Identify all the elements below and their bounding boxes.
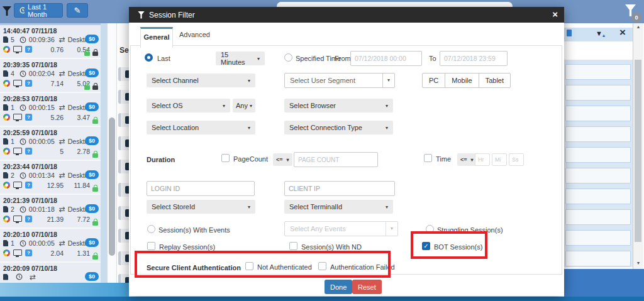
to-date-input[interactable] xyxy=(440,51,508,66)
session-list-item[interactable]: 20:39:35 07/10/18 4 00:02:04 ⇄ Desktop $… xyxy=(0,59,101,93)
pagecount-checkbox[interactable] xyxy=(221,154,230,162)
tab-general[interactable]: General xyxy=(140,27,173,48)
struggling-sessions-radio[interactable] xyxy=(426,225,434,233)
specified-time-radio[interactable] xyxy=(284,53,292,62)
clock-icon xyxy=(16,273,23,280)
browser-select[interactable]: Select Browser ▾ xyxy=(284,99,393,112)
result-row[interactable] xyxy=(564,101,633,122)
unknown-version-icon: ? xyxy=(25,46,32,53)
result-row[interactable] xyxy=(564,163,633,184)
results-scrollbar-thumb[interactable] xyxy=(635,60,641,242)
list-gap xyxy=(101,23,107,301)
hours-input[interactable] xyxy=(475,153,490,166)
session-list-item[interactable]: 20:20:10 07/10/18 1 00:00:05 ⇄ Desktop $… xyxy=(0,229,101,263)
page-count: 2 xyxy=(11,172,14,179)
monitor-icon xyxy=(13,46,22,52)
amount-badge[interactable]: $0 xyxy=(85,136,99,145)
replay-sessions-label: Replay Session(s) xyxy=(159,243,215,251)
from-label: From xyxy=(335,55,351,62)
session-list-item[interactable]: 20:28:53 07/10/18 1 00:00:15 ⇄ Desktop $… xyxy=(0,93,101,127)
date-range-button[interactable]: Last 1 Month xyxy=(14,3,63,18)
scrollbar-thumb[interactable] xyxy=(109,118,115,256)
store-id-select[interactable]: Select StoreId ▾ xyxy=(147,200,255,214)
pages-icon xyxy=(3,104,8,111)
session-timestamp: 20:39:35 07/10/18 xyxy=(3,61,57,68)
done-button[interactable]: Done xyxy=(325,280,352,294)
amount-badge[interactable]: $0 xyxy=(85,35,99,43)
session-list-item[interactable]: 20:23:44 07/10/18 2 00:01:34 ⇄ Desktop $… xyxy=(0,161,101,195)
session-list-item[interactable]: 14:40:47 07/11/18 5 00:09:36 ⇄ Desktop $… xyxy=(0,25,101,59)
result-row[interactable] xyxy=(564,143,633,163)
result-row[interactable] xyxy=(564,60,633,80)
amount-badge[interactable]: $0 xyxy=(85,204,99,213)
os-version-select[interactable]: Any ▾ xyxy=(233,99,255,112)
chevron-down-icon: ▾ xyxy=(386,222,397,236)
result-row[interactable] xyxy=(564,122,633,143)
tab-advanced[interactable]: Advanced xyxy=(179,31,210,38)
device-tablet-button[interactable]: Tablet xyxy=(479,74,510,87)
connection-type-select[interactable]: Select Connection Type ▾ xyxy=(284,121,393,134)
chevron-down-icon: ▾ xyxy=(382,74,394,87)
auth-failed-checkbox[interactable] xyxy=(318,262,326,270)
filter-icon[interactable] xyxy=(3,6,11,16)
unknown-version-icon: ? xyxy=(25,249,32,256)
device-mobile-button[interactable]: Mobile xyxy=(445,74,479,87)
modal-close-icon[interactable]: × xyxy=(552,9,558,19)
filter-count-badge: 0 xyxy=(631,13,641,23)
result-row[interactable] xyxy=(564,205,633,226)
not-authenticated-checkbox[interactable] xyxy=(245,262,253,270)
minutes-input[interactable] xyxy=(492,153,507,166)
app-root: Last 1 Month ✎ 0 14:40:47 07/11/18 5 00:… xyxy=(0,0,644,301)
pagecount-operator-select[interactable]: <= ▾ xyxy=(273,153,292,166)
location-select[interactable]: Select Location ▾ xyxy=(147,121,255,134)
chevron-down-icon: ▾ xyxy=(386,125,388,131)
user-segment-value: Select User Segment xyxy=(285,74,382,87)
time-range-select[interactable]: 15 Minutes ▾ xyxy=(216,52,265,65)
result-row[interactable] xyxy=(564,184,633,205)
amount-badge[interactable]: $0 xyxy=(85,68,99,77)
any-events-select[interactable]: Select Any Events ▾ xyxy=(284,221,398,236)
replay-sessions-checkbox[interactable] xyxy=(147,242,155,250)
bot-sessions-label: BOT Session(s) xyxy=(434,243,482,251)
seconds-input[interactable] xyxy=(509,153,524,166)
device-pc-button[interactable]: PC xyxy=(423,74,445,87)
login-id-input[interactable] xyxy=(147,181,255,196)
close-panel-icon[interactable]: × xyxy=(619,26,626,39)
amount-badge[interactable]: $0 xyxy=(85,272,99,281)
pencil-icon: ✎ xyxy=(74,6,81,14)
client-ip-input[interactable] xyxy=(284,181,395,196)
scroll-up-icon[interactable]: ▲ xyxy=(633,25,643,29)
edit-filter-button[interactable]: ✎ xyxy=(67,3,88,18)
session-list-item[interactable]: 20:25:59 07/10/18 1 00:00:05 ⇄ Desktop $… xyxy=(0,127,101,161)
sessions-with-events-radio[interactable] xyxy=(147,225,155,233)
user-segment-select[interactable]: Select User Segment ▾ xyxy=(284,73,395,88)
os-select[interactable]: Select OS ▾ xyxy=(147,99,230,112)
amount-badge[interactable]: $0 xyxy=(85,170,99,179)
time-operator-select[interactable]: <= ▾ xyxy=(457,153,477,166)
time-checkbox[interactable] xyxy=(424,154,432,162)
chrome-browser-icon xyxy=(3,114,10,121)
sessions-with-nd-checkbox[interactable] xyxy=(289,242,297,250)
result-row[interactable] xyxy=(564,226,633,246)
result-row[interactable] xyxy=(564,246,633,267)
swap-arrows-icon: ⇄ xyxy=(59,70,65,77)
page-count: 5 xyxy=(11,36,14,43)
unknown-version-icon: ? xyxy=(25,114,32,121)
results-scrollbar[interactable]: ▲ ▼ xyxy=(633,23,643,269)
reset-button[interactable]: Reset xyxy=(352,280,382,294)
amount-badge[interactable]: $0 xyxy=(85,102,99,111)
filter-add-icon[interactable]: ▼+ xyxy=(596,30,605,38)
result-row[interactable] xyxy=(564,80,633,101)
terminal-id-select[interactable]: Select TerminalId ▾ xyxy=(284,200,393,214)
session-list-item[interactable]: 20:21:39 07/10/18 2 00:01:18 ⇄ Desktop $… xyxy=(0,195,101,229)
scroll-down-icon[interactable]: ▼ xyxy=(633,261,643,265)
from-date-input[interactable] xyxy=(350,51,422,66)
amount-badge[interactable]: $0 xyxy=(85,238,99,247)
pagecount-input[interactable] xyxy=(294,152,378,167)
last-radio[interactable] xyxy=(145,53,153,62)
time-operator-value: <= xyxy=(460,156,467,163)
bot-sessions-checkbox[interactable]: ✓ xyxy=(422,242,430,250)
channel-select[interactable]: Select Channel ▾ xyxy=(147,74,255,87)
sessions-with-nd-label: Session(s) With ND xyxy=(301,243,362,251)
session-list-scrollbar[interactable] xyxy=(107,23,117,301)
